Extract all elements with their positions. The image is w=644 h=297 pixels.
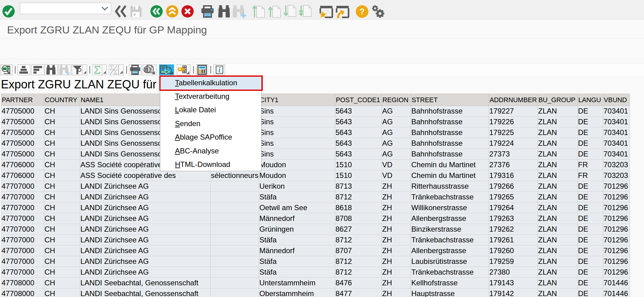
svg-text:?: ? [359,7,365,16]
svg-text:i: i [219,66,221,74]
